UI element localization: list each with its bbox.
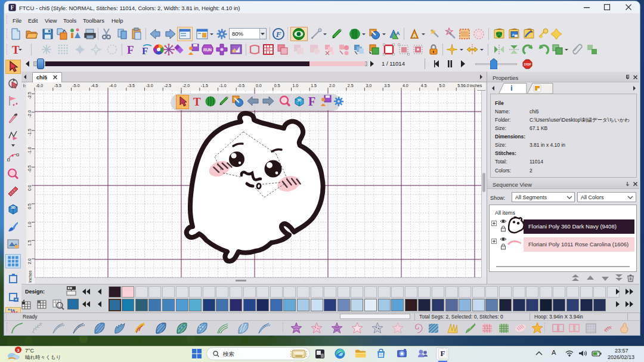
svg-text:1.5: 1.5 [311,83,317,88]
svg-text:-1.0: -1.0 [27,147,32,154]
svg-text:0.0: 0.0 [27,185,32,191]
svg-text:0.0: 0.0 [256,83,262,88]
svg-text:-0.5: -0.5 [237,83,244,88]
svg-text:6.0: 6.0 [463,83,469,88]
svg-text:-2.0: -2.0 [27,110,32,117]
svg-text:F: F [308,95,315,108]
svg-text:-6.0: -6.0 [36,83,43,88]
svg-text:3.0: 3.0 [366,83,372,88]
svg-text:F: F [275,30,281,39]
svg-text:inches: inches [470,83,482,88]
svg-text:3D: 3D [297,98,301,102]
svg-text:3: 3 [17,348,20,353]
svg-text:2.5: 2.5 [348,83,354,88]
svg-text:4.5: 4.5 [421,83,427,88]
svg-text:0.5: 0.5 [274,83,280,88]
svg-text:0.5: 0.5 [27,203,32,209]
svg-text:1.0: 1.0 [27,222,32,228]
svg-text:4.0: 4.0 [402,83,408,88]
svg-text:-4.5: -4.5 [91,83,98,88]
svg-text:-2.0: -2.0 [182,83,190,88]
svg-text:RUN: RUN [203,48,212,52]
svg-text:5.0: 5.0 [439,83,445,88]
svg-text:F: F [441,349,445,358]
svg-text:-2.5: -2.5 [164,83,171,88]
svg-text:-1.5: -1.5 [27,129,32,136]
svg-text:-5.0: -5.0 [73,83,80,88]
svg-text:-1.0: -1.0 [219,83,227,88]
svg-text:F: F [10,4,14,11]
svg-text:3.5: 3.5 [384,83,390,88]
svg-text:-2.5: -2.5 [27,92,32,99]
svg-text:F: F [142,45,148,56]
svg-text:-3.0: -3.0 [146,83,153,88]
svg-text:-3.5: -3.5 [128,83,135,88]
svg-text:1.0: 1.0 [293,83,299,88]
svg-text:T: T [193,95,201,107]
svg-text:Inches: Inches [28,270,32,283]
svg-text:A: A [413,33,417,39]
svg-text:F: F [127,44,134,56]
svg-text:2.0: 2.0 [27,258,32,264]
svg-text:-5.5: -5.5 [54,83,61,88]
svg-text:-0.5: -0.5 [27,165,32,172]
svg-text:-4.0: -4.0 [109,83,116,88]
svg-text:2.0: 2.0 [329,83,335,88]
svg-text:1.5: 1.5 [27,240,32,246]
svg-text:STOP: STOP [524,63,531,66]
svg-text:-1.5: -1.5 [201,83,208,88]
svg-text:A: A [396,30,400,36]
svg-text:3D: 3D [11,206,16,209]
svg-text:5.5: 5.5 [457,83,463,88]
